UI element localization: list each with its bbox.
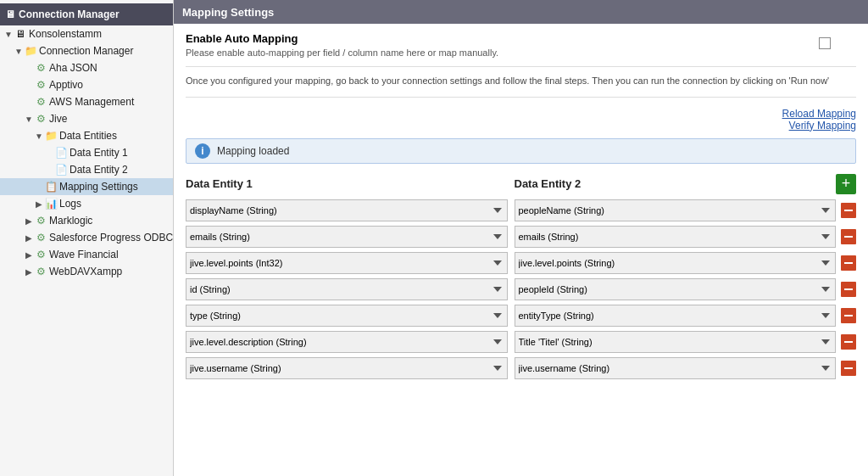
sidebar-item-wave-financial[interactable]: ▶⚙Wave Financial [0, 246, 173, 263]
main-header: Mapping Settings [174, 0, 868, 24]
mapping-left-select-1[interactable]: emails (String) [186, 226, 508, 248]
mapping-row-0: displayName (String)peopleName (String) [186, 199, 856, 221]
info-icon: i [195, 143, 210, 159]
auto-mapping-desc: Please enable auto-mapping per field / c… [186, 48, 793, 58]
mapping-right-select-4[interactable]: entityType (String) [515, 305, 837, 327]
sidebar-label-data-entity-2: Data Entity 2 [70, 164, 128, 176]
sidebar-item-mapping-settings[interactable]: 📋Mapping Settings [0, 178, 173, 195]
icon-mapping-settings: 📋 [44, 180, 58, 193]
expander-marklogic[interactable]: ▶ [24, 216, 34, 226]
sidebar-item-apptivo[interactable]: ⚙Apptivo [0, 76, 173, 93]
mapping-right-select-0[interactable]: peopleName (String) [515, 199, 837, 221]
sidebar-item-logs[interactable]: ▶📊Logs [0, 195, 173, 212]
sidebar-item-connection-manager[interactable]: ▼📁Connection Manager [0, 42, 173, 59]
icon-apptivo: ⚙ [34, 78, 47, 92]
mapping-row-1: emails (String)emails (String) [186, 226, 856, 248]
icon-salesforce-progress: ⚙ [34, 231, 47, 244]
sidebar-label-aha-json: Aha JSON [49, 62, 97, 74]
sidebar-label-aws-management: AWS Management [49, 96, 134, 108]
mapping-row-4: type (String)entityType (String) [186, 305, 856, 327]
sidebar-item-aws-management[interactable]: ⚙AWS Management [0, 93, 173, 110]
info-section: Once you configured your mapping, go bac… [186, 74, 856, 98]
icon-webdavxampp: ⚙ [34, 265, 47, 278]
icon-konsolenstamm: 🖥 [14, 27, 27, 41]
mapping-right-select-2[interactable]: jive.level.points (String) [515, 252, 837, 274]
sidebar-item-data-entities[interactable]: ▼📁Data Entities [0, 127, 173, 144]
sidebar-item-data-entity-2[interactable]: 📄Data Entity 2 [0, 161, 173, 178]
auto-mapping-checkbox-area[interactable] [793, 32, 856, 54]
verify-mapping-link[interactable]: Verify Mapping [186, 120, 856, 132]
mapping-row-3: id (String)peopleId (String) [186, 278, 856, 300]
icon-aha-json: ⚙ [34, 61, 47, 75]
action-links: Reload Mapping Verify Mapping [186, 108, 856, 132]
remove-mapping-button-4[interactable] [841, 308, 856, 323]
mapping-left-select-5[interactable]: jive.level.description (String) [186, 331, 508, 353]
mapping-right-select-3[interactable]: peopleId (String) [515, 278, 837, 300]
content-area: Enable Auto Mapping Please enable auto-m… [174, 24, 868, 476]
tree-container: ▼🖥Konsolenstamm▼📁Connection Manager⚙Aha … [0, 25, 173, 280]
sidebar-item-salesforce-progress[interactable]: ▶⚙Salesforce Progress ODBC [0, 229, 173, 246]
sidebar-label-connection-manager: Connection Manager [39, 45, 133, 57]
icon-data-entity-1: 📄 [54, 146, 68, 160]
mapping-left-select-3[interactable]: id (String) [186, 278, 508, 300]
main-panel: Mapping Settings Enable Auto Mapping Ple… [174, 0, 868, 476]
auto-mapping-section: Enable Auto Mapping Please enable auto-m… [186, 32, 856, 67]
sidebar-label-data-entities: Data Entities [59, 130, 117, 142]
remove-mapping-button-0[interactable] [841, 203, 856, 218]
app-title: Connection Manager [19, 8, 120, 20]
icon-jive: ⚙ [34, 112, 47, 126]
mapping-right-select-5[interactable]: Title 'Titel' (String) [515, 331, 837, 353]
remove-mapping-button-2[interactable] [841, 255, 856, 271]
expander-logs[interactable]: ▶ [34, 199, 44, 209]
expander-webdavxampp[interactable]: ▶ [24, 267, 34, 277]
mapping-row-5: jive.level.description (String)Title 'Ti… [186, 331, 856, 353]
sidebar-label-data-entity-1: Data Entity 1 [70, 147, 128, 159]
mapping-row-6: jive.username (String)jive.username (Str… [186, 357, 856, 379]
sidebar-item-aha-json[interactable]: ⚙Aha JSON [0, 59, 173, 76]
entity-headers: Data Entity 1 Data Entity 2 + [186, 174, 856, 194]
expander-konsolenstamm[interactable]: ▼ [3, 30, 14, 39]
mapping-left-select-4[interactable]: type (String) [186, 305, 508, 327]
entity1-header: Data Entity 1 [186, 177, 511, 190]
mapping-left-select-6[interactable]: jive.username (String) [186, 357, 508, 379]
sidebar-label-marklogic: Marklogic [49, 215, 92, 227]
sidebar-item-konsolenstamm[interactable]: ▼🖥Konsolenstamm [0, 25, 173, 42]
sidebar-item-webdavxampp[interactable]: ▶⚙WebDAVXampp [0, 263, 173, 280]
sidebar-item-marklogic[interactable]: ▶⚙Marklogic [0, 212, 173, 229]
reload-mapping-link[interactable]: Reload Mapping [186, 108, 856, 120]
icon-marklogic: ⚙ [34, 214, 47, 227]
expander-salesforce-progress[interactable]: ▶ [24, 233, 34, 243]
expander-jive[interactable]: ▼ [24, 115, 34, 124]
sidebar-item-jive[interactable]: ▼⚙Jive [0, 110, 173, 127]
remove-mapping-button-5[interactable] [841, 334, 856, 350]
mapping-loaded-text: Mapping loaded [217, 145, 289, 157]
mapping-right-select-6[interactable]: jive.username (String) [515, 357, 837, 379]
auto-mapping-checkbox[interactable] [819, 37, 831, 49]
add-mapping-button[interactable]: + [836, 174, 856, 194]
info-text: Once you configured your mapping, go bac… [186, 76, 829, 86]
icon-data-entity-2: 📄 [54, 163, 68, 176]
expander-connection-manager[interactable]: ▼ [14, 47, 24, 56]
sidebar-label-salesforce-progress: Salesforce Progress ODBC [49, 232, 173, 244]
mapping-left-select-2[interactable]: jive.level.points (Int32) [186, 252, 508, 274]
remove-mapping-button-6[interactable] [841, 361, 856, 376]
mapping-row-2: jive.level.points (Int32)jive.level.poin… [186, 252, 856, 274]
icon-data-entities: 📁 [44, 129, 58, 143]
mapping-right-select-1[interactable]: emails (String) [515, 226, 837, 248]
topbar-row: 🖥 Connection Manager [0, 3, 173, 25]
remove-mapping-button-3[interactable] [841, 282, 856, 297]
mapping-left-select-0[interactable]: displayName (String) [186, 199, 508, 221]
main-header-title: Mapping Settings [182, 6, 274, 19]
sidebar-item-data-entity-1[interactable]: 📄Data Entity 1 [0, 144, 173, 161]
icon-aws-management: ⚙ [34, 95, 47, 109]
mapping-rows-container: displayName (String)peopleName (String)e… [186, 199, 856, 379]
sidebar-label-wave-financial: Wave Financial [49, 249, 119, 260]
icon-logs: 📊 [44, 197, 58, 210]
mapping-loaded-banner: i Mapping loaded [186, 138, 856, 164]
expander-data-entities[interactable]: ▼ [34, 132, 44, 141]
sidebar-label-apptivo: Apptivo [49, 79, 83, 91]
remove-mapping-button-1[interactable] [841, 229, 856, 244]
sidebar-label-konsolenstamm: Konsolenstamm [29, 28, 102, 40]
entity2-header: Data Entity 2 [511, 177, 832, 190]
expander-wave-financial[interactable]: ▶ [24, 250, 34, 260]
